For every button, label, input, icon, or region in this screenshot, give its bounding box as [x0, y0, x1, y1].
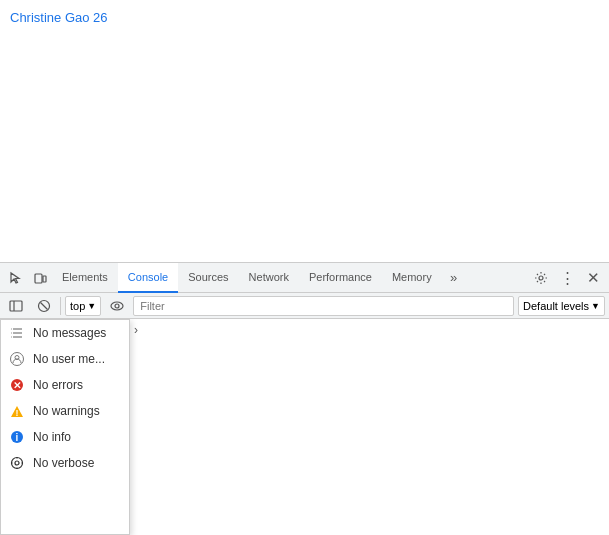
- chevron-down-icon: ▼: [591, 301, 600, 311]
- page-content: Christine Gao 26: [0, 0, 609, 262]
- more-options-icon[interactable]: ⋮: [555, 266, 579, 290]
- sidebar-toggle-icon[interactable]: [4, 294, 28, 318]
- tab-console[interactable]: Console: [118, 263, 178, 293]
- svg-point-8: [115, 304, 119, 308]
- console-toolbar: top ▼ Default levels ▼: [0, 293, 609, 319]
- svg-text:i: i: [16, 432, 19, 443]
- filter-label: No warnings: [33, 404, 100, 418]
- verbose-icon: [9, 455, 25, 471]
- filter-label: No verbose: [33, 456, 94, 470]
- inspect-element-icon[interactable]: [4, 266, 28, 290]
- filter-item-warnings[interactable]: ! No warnings: [1, 398, 129, 424]
- svg-text:✕: ✕: [13, 380, 21, 391]
- filter-item-errors[interactable]: ✕ No errors: [1, 372, 129, 398]
- filter-label: No errors: [33, 378, 83, 392]
- settings-icon[interactable]: [529, 266, 553, 290]
- svg-point-22: [15, 461, 19, 465]
- info-icon: i: [9, 429, 25, 445]
- warning-icon: !: [9, 403, 25, 419]
- filter-dropdown: No messages No user me...: [0, 319, 130, 535]
- log-levels-selector[interactable]: Default levels ▼: [518, 296, 605, 316]
- svg-line-6: [41, 302, 48, 309]
- error-icon: ✕: [9, 377, 25, 393]
- filter-input[interactable]: [133, 296, 514, 316]
- device-toolbar-icon[interactable]: [28, 266, 52, 290]
- tab-performance[interactable]: Performance: [299, 263, 382, 293]
- tab-memory[interactable]: Memory: [382, 263, 442, 293]
- svg-point-2: [539, 276, 543, 280]
- console-chevron: ›: [134, 323, 138, 337]
- tab-sources[interactable]: Sources: [178, 263, 238, 293]
- eye-icon[interactable]: [105, 294, 129, 318]
- user-icon: [9, 351, 25, 367]
- console-content: No messages No user me...: [0, 319, 609, 535]
- svg-rect-3: [10, 301, 22, 311]
- svg-text:!: !: [16, 408, 19, 418]
- tab-elements[interactable]: Elements: [52, 263, 118, 293]
- devtools-panel: Elements Console Sources Network Perform…: [0, 262, 609, 535]
- filter-label: No messages: [33, 326, 106, 340]
- list-icon: [9, 325, 25, 341]
- toolbar-divider: [60, 297, 61, 315]
- chevron-down-icon: ▼: [87, 301, 96, 311]
- context-selector[interactable]: top ▼: [65, 296, 101, 316]
- filter-label: No user me...: [33, 352, 105, 366]
- svg-rect-1: [43, 276, 46, 282]
- svg-point-7: [111, 302, 123, 310]
- close-devtools-icon[interactable]: ✕: [581, 266, 605, 290]
- filter-label: No info: [33, 430, 71, 444]
- svg-point-21: [12, 458, 23, 469]
- devtools-tab-bar: Elements Console Sources Network Perform…: [0, 263, 609, 293]
- filter-item-verbose[interactable]: No verbose: [1, 450, 129, 476]
- page-title: Christine Gao 26: [10, 10, 108, 25]
- filter-item-user-messages[interactable]: No user me...: [1, 346, 129, 372]
- tab-network[interactable]: Network: [239, 263, 299, 293]
- console-main: ›: [130, 319, 609, 535]
- svg-rect-0: [35, 274, 42, 283]
- filter-item-all-messages[interactable]: No messages: [1, 320, 129, 346]
- clear-console-icon[interactable]: [32, 294, 56, 318]
- filter-item-info[interactable]: i No info: [1, 424, 129, 450]
- more-tabs-icon[interactable]: »: [442, 266, 466, 290]
